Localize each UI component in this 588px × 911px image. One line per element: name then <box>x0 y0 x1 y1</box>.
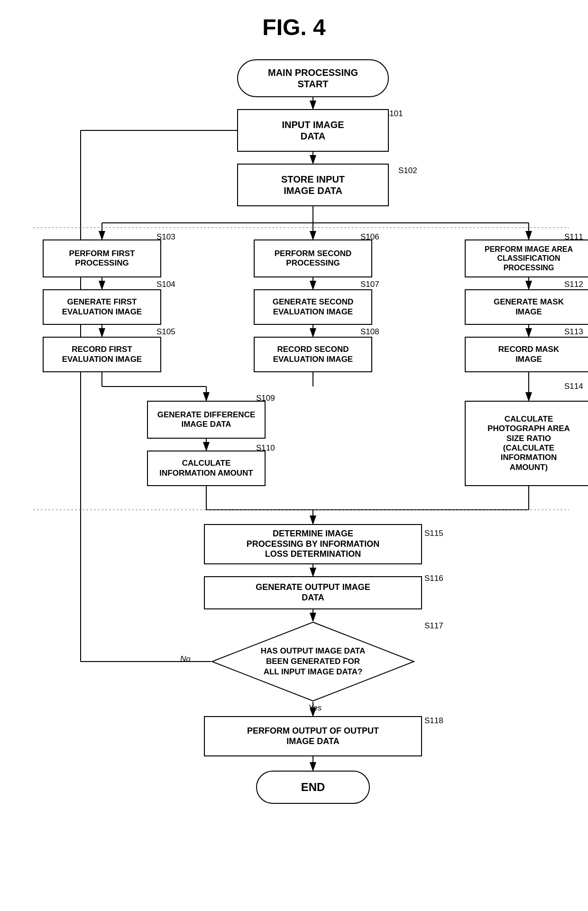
s113-label: S113 <box>564 327 583 337</box>
input-image-data: INPUT IMAGEDATA <box>237 109 389 152</box>
gen-difference-image: GENERATE DIFFERENCEIMAGE DATA <box>147 401 266 439</box>
perform-output: PERFORM OUTPUT OF OUTPUTIMAGE DATA <box>204 716 422 756</box>
s102-label: S102 <box>398 166 417 175</box>
s118-label: S118 <box>424 716 443 726</box>
main-processing-start: MAIN PROCESSINGSTART <box>237 59 389 97</box>
s116-label: S116 <box>424 574 443 583</box>
has-output-diamond: HAS OUTPUT IMAGE DATABEEN GENERATED FORA… <box>211 621 415 702</box>
no-label: No <box>180 654 191 664</box>
s105-label: S105 <box>156 327 175 337</box>
rec-first-eval-image: RECORD FIRSTEVALUATION IMAGE <box>43 337 161 372</box>
rec-second-eval-image: RECORD SECONDEVALUATION IMAGE <box>254 337 372 372</box>
gen-first-eval-image: GENERATE FIRSTEVALUATION IMAGE <box>43 289 161 325</box>
perform-first-processing: PERFORM FIRSTPROCESSING <box>43 239 161 277</box>
yes-label: Yes <box>308 703 322 713</box>
s115-label: S115 <box>424 529 443 538</box>
calc-info-amount: CALCULATEINFORMATION AMOUNT <box>147 451 266 486</box>
perform-second-processing: PERFORM SECONDPROCESSING <box>254 239 372 277</box>
s108-label: S108 <box>360 327 379 337</box>
fig-title: FIG. 4 <box>19 14 569 40</box>
gen-output-image-data: GENERATE OUTPUT IMAGEDATA <box>204 576 422 609</box>
page: FIG. 4 <box>0 0 588 911</box>
gen-mask-image: GENERATE MASKIMAGE <box>465 289 588 325</box>
perform-image-area-classification: PERFORM IMAGE AREACLASSIFICATIONPROCESSI… <box>465 239 588 277</box>
rec-mask-image: RECORD MASKIMAGE <box>465 337 588 372</box>
gen-second-eval-image: GENERATE SECONDEVALUATION IMAGE <box>254 289 372 325</box>
s112-label: S112 <box>564 280 583 289</box>
s104-label: S104 <box>156 280 175 289</box>
s114-label: S114 <box>564 382 583 391</box>
flowchart: MAIN PROCESSINGSTART S101 INPUT IMAGEDAT… <box>19 55 569 908</box>
calc-photo-area: CALCULATEPHOTOGRAPH AREASIZE RATIO(CALCU… <box>465 401 588 486</box>
s117-label: S117 <box>424 621 443 631</box>
determine-image-processing: DETERMINE IMAGEPROCESSING BY INFORMATION… <box>204 524 422 564</box>
end-shape: END <box>256 771 370 804</box>
s107-label: S107 <box>360 280 379 289</box>
store-input-image-data: STORE INPUTIMAGE DATA <box>237 164 389 206</box>
